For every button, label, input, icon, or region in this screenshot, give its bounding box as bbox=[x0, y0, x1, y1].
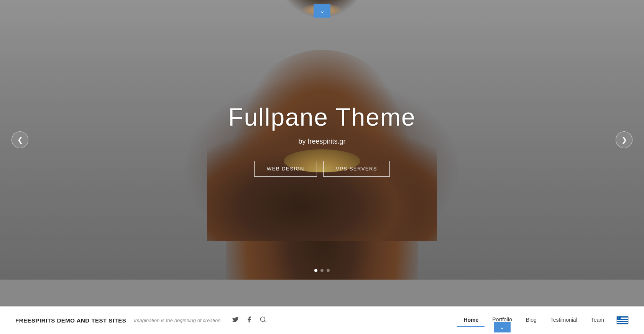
nav-home[interactable]: Home bbox=[457, 314, 485, 327]
slider-dots bbox=[314, 269, 330, 272]
hero-title: Fullpane Theme bbox=[228, 103, 416, 131]
social-icons bbox=[232, 316, 266, 325]
slider-dot-1[interactable] bbox=[314, 269, 317, 272]
svg-line-1 bbox=[264, 321, 266, 322]
main-nav: Home Portfolio ⌄ Blog Testimonial Team bbox=[457, 313, 629, 327]
web-design-button[interactable]: WEB DESIGN bbox=[254, 161, 317, 177]
search-icon[interactable] bbox=[260, 316, 266, 325]
nav-team[interactable]: Team bbox=[585, 314, 610, 327]
slider-dot-3[interactable] bbox=[327, 269, 330, 272]
scroll-down-button[interactable]: ⌄ bbox=[314, 4, 330, 18]
hero-section: ⌄ ❮ ❯ Fullpane Theme by freespirits.gr W… bbox=[0, 0, 644, 280]
language-selector[interactable] bbox=[616, 316, 629, 324]
chevron-down-icon: ⌄ bbox=[500, 324, 504, 330]
arrow-right-icon: ❯ bbox=[621, 136, 627, 144]
hero-subtitle: by freespirits.gr bbox=[228, 138, 416, 146]
svg-point-0 bbox=[261, 317, 265, 321]
twitter-icon[interactable] bbox=[232, 316, 239, 325]
vps-servers-button[interactable]: VPS SERVERS bbox=[323, 161, 390, 177]
nav-testimonial[interactable]: Testimonial bbox=[544, 314, 583, 327]
site-tagline: Imagination is the beginning of creation bbox=[134, 318, 220, 323]
nav-blog[interactable]: Blog bbox=[520, 314, 543, 327]
chevron-down-icon: ⌄ bbox=[320, 7, 325, 15]
facebook-icon[interactable] bbox=[246, 316, 253, 325]
bottom-navbar: FREESPIRITS DEMO AND TEST SITES Imaginat… bbox=[0, 306, 644, 334]
hero-buttons: WEB DESIGN VPS SERVERS bbox=[228, 161, 416, 177]
site-title: FREESPIRITS DEMO AND TEST SITES bbox=[15, 317, 126, 324]
slider-dot-2[interactable] bbox=[320, 269, 324, 272]
slider-next-button[interactable]: ❯ bbox=[616, 131, 632, 148]
slider-prev-button[interactable]: ❮ bbox=[12, 131, 28, 148]
portfolio-dropdown-button[interactable]: ⌄ bbox=[494, 322, 511, 332]
nav-portfolio-wrapper: Portfolio ⌄ bbox=[486, 313, 518, 327]
arrow-left-icon: ❮ bbox=[17, 136, 23, 144]
hero-content: Fullpane Theme by freespirits.gr WEB DES… bbox=[228, 103, 416, 177]
